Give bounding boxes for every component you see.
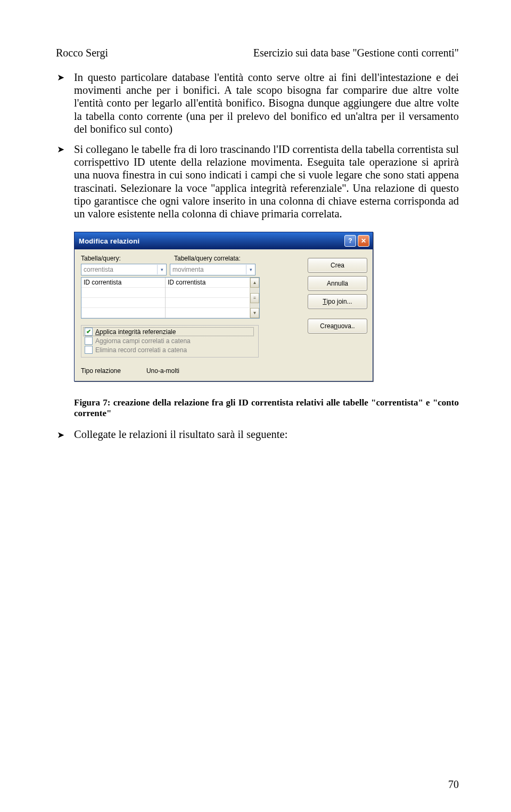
bullet-item-2: Si collegano le tabelle fra di loro tras… [56, 143, 459, 220]
check1-label: pplica integrità referenziale [100, 328, 176, 336]
scroll-down-icon[interactable]: ▼ [250, 308, 259, 318]
checkbox-checked-icon[interactable]: ✔ [85, 328, 93, 336]
dialog-titlebar: Modifica relazioni ? ✕ [75, 232, 373, 249]
scroll-up-icon[interactable]: ▲ [250, 278, 259, 288]
check3-label: Elimina record correlati a catena [95, 346, 187, 354]
bullet-item-1: In questo particolare database l'entità … [56, 71, 459, 135]
scroll-thumb[interactable]: ≡ [250, 293, 259, 303]
bullet-item-3: Collegate le relazioni il risultato sarà… [56, 428, 459, 441]
label-table-query: Tabella/query: [81, 255, 163, 262]
create-new-button[interactable]: Crea nuova.. [308, 319, 367, 334]
dropdown-related-table[interactable]: movimenta ▾ [170, 264, 256, 275]
page-header: Rocco Sergi Esercizio sui data base "Ges… [56, 47, 459, 59]
paragraph-3: Collegate le relazioni il risultato sarà… [56, 428, 459, 441]
titlebar-help-button[interactable]: ? [344, 235, 356, 247]
grid-scrollbar[interactable]: ▲ ≡ ▼ [250, 278, 259, 318]
checkbox-empty-icon[interactable] [85, 346, 93, 354]
paragraph-2: Si collegano le tabelle fra di loro tras… [56, 143, 459, 220]
dropdown-related-value: movimenta [172, 266, 204, 273]
reltype-value: Uno-a-molti [146, 367, 179, 375]
edit-relationships-dialog: Modifica relazioni ? ✕ Tabella/query: Ta… [74, 232, 373, 381]
chevron-down-icon: ▾ [246, 265, 255, 274]
dropdown-table[interactable]: correntista ▾ [81, 264, 167, 275]
titlebar-close-button[interactable]: ✕ [358, 235, 369, 247]
check2-label: Aggiorna campi correlati a catena [95, 337, 191, 345]
reltype-label: Tipo relazione [81, 367, 121, 375]
integrity-options: ✔ Applica integrità referenziale Aggiorn… [81, 325, 259, 358]
figure-caption: Figura 7: creazione della relazione fra … [74, 397, 459, 419]
check-cascade-delete[interactable]: Elimina record correlati a catena [85, 345, 254, 354]
relationship-type-row: Tipo relazione Uno-a-molti [81, 367, 301, 375]
dropdown-table-value: correntista [84, 266, 113, 273]
header-left: Rocco Sergi [56, 47, 108, 59]
page-number: 70 [448, 778, 459, 791]
cancel-button[interactable]: Annulla [308, 276, 367, 291]
grid-left-cell[interactable]: ID correntista [81, 278, 165, 288]
paragraph-1: In questo particolare database l'entità … [56, 71, 459, 135]
create-button[interactable]: Crea [308, 258, 367, 273]
grid-right-cell[interactable]: ID correntista [166, 278, 249, 288]
dialog-title: Modifica relazioni [79, 237, 139, 245]
checkbox-empty-icon[interactable] [85, 337, 93, 345]
header-right: Esercizio sui data base "Gestione conti … [253, 47, 459, 59]
join-type-button[interactable]: Tipo join... [308, 294, 367, 309]
chevron-down-icon: ▾ [157, 265, 166, 274]
check-cascade-update[interactable]: Aggiorna campi correlati a catena [85, 336, 254, 345]
check-enforce-integrity[interactable]: ✔ Applica integrità referenziale [83, 327, 254, 336]
label-related-table-query: Tabella/query correlata: [174, 255, 241, 262]
fields-grid[interactable]: ID correntista ID correntista [81, 277, 260, 319]
